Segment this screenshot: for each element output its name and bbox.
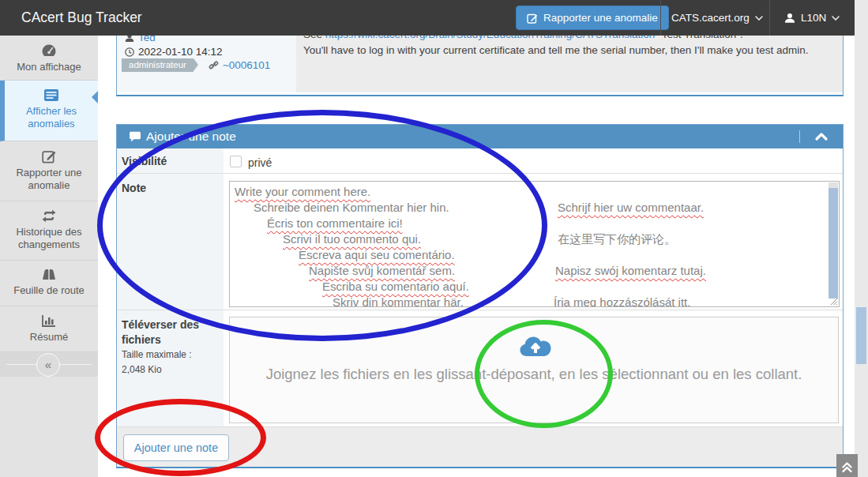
report-issue-button[interactable]: Rapporter une anomalie bbox=[516, 6, 669, 30]
sidebar: Mon affichage Afficher les anomalies Rap… bbox=[0, 36, 98, 477]
note-text-line2: You'll have to log in with your current … bbox=[303, 44, 808, 56]
scroll-to-top-button[interactable] bbox=[836, 454, 858, 477]
sidebar-item-report-issue[interactable]: Rapporter une anomalie bbox=[0, 141, 98, 201]
textarea-line: Escriba su comentario aquí. bbox=[235, 279, 469, 295]
sidebar-item-roadmap[interactable]: Feuille de route bbox=[0, 261, 98, 306]
textarea-resize-grip[interactable] bbox=[829, 297, 838, 306]
dashboard-icon bbox=[41, 43, 57, 58]
textarea-line: Napisz swój komentarz tutaj. bbox=[555, 263, 706, 279]
textarea-line: Escreva aqui seu comentário. bbox=[235, 247, 455, 263]
roadmap-icon bbox=[41, 269, 57, 281]
link-icon bbox=[209, 60, 219, 70]
active-item-arrow bbox=[92, 91, 98, 103]
note-timestamp-row: 2022-01-10 14:12 bbox=[125, 46, 223, 58]
report-issue-icon bbox=[42, 149, 57, 163]
add-note-header: Ajouter une note bbox=[117, 125, 843, 148]
note-id-link[interactable]: ~0006101 bbox=[223, 59, 270, 71]
note-badge-row: administrateur ~0006101 bbox=[122, 58, 270, 72]
note-timestamp: 2022-01-10 14:12 bbox=[138, 46, 223, 58]
textarea-line: Schrijf hier uw commentaar. bbox=[558, 200, 704, 216]
sidebar-item-label: Historique des changements bbox=[16, 226, 81, 250]
textarea-line: Write your comment here. bbox=[235, 184, 370, 200]
sidebar-collapse-toggle[interactable]: « bbox=[0, 352, 98, 377]
dropzone-text: Joignez les fichiers en les glissant-dép… bbox=[242, 363, 826, 385]
cloud-upload-icon bbox=[519, 333, 552, 359]
navbar-divider bbox=[660, 0, 661, 36]
sidebar-item-changelog[interactable]: Historique des changements bbox=[0, 201, 98, 261]
textarea-line: Scrivi il tuo commento qui. bbox=[235, 231, 421, 247]
textarea-scrollbar-thumb[interactable] bbox=[829, 188, 838, 299]
project-menu-label: CATS.cacert.org bbox=[671, 12, 750, 24]
visibility-label-cell: Visibilité bbox=[117, 148, 224, 174]
sidebar-item-label: Afficher les anomalies bbox=[26, 105, 77, 130]
sidebar-item-label: Résumé bbox=[30, 331, 68, 343]
visibility-label: Visibilité bbox=[122, 155, 167, 167]
user-menu-label: L10N bbox=[801, 12, 826, 24]
project-menu[interactable]: CATS.cacert.org bbox=[671, 0, 763, 36]
changelog-icon bbox=[41, 209, 57, 223]
upload-content-cell: Joignez les fichiers en les glissant-dép… bbox=[224, 310, 843, 427]
sidebar-item-summary[interactable]: Résumé bbox=[0, 306, 98, 352]
app-title: CAcert Bug Tracker bbox=[21, 0, 142, 36]
pencil-square-icon bbox=[527, 13, 538, 24]
page-scrollbar-thumb[interactable] bbox=[856, 307, 866, 364]
note-field-label: Note bbox=[122, 182, 146, 194]
user-icon bbox=[784, 13, 795, 24]
upload-label: Téléverser des fichiers bbox=[122, 317, 215, 347]
view-issues-icon bbox=[43, 88, 59, 102]
access-level-badge: administrateur bbox=[122, 58, 194, 72]
add-note-panel: Ajouter une note Visibilité privé Note W… bbox=[116, 124, 844, 468]
sidebar-item-my-view[interactable]: Mon affichage bbox=[0, 36, 98, 81]
top-navbar: CAcert Bug Tracker Rapporter une anomali… bbox=[0, 0, 855, 36]
page-scrollbar-track[interactable] bbox=[855, 0, 868, 477]
max-size-value: 2,048 Kio bbox=[122, 364, 162, 375]
summary-icon bbox=[41, 314, 57, 328]
add-note-submit-button[interactable]: Ajouter une note bbox=[123, 434, 229, 461]
note-textarea[interactable]: Write your comment here. Schreibe deinen… bbox=[229, 181, 840, 307]
clock-icon bbox=[125, 47, 134, 57]
sidebar-item-label: Feuille de route bbox=[13, 284, 85, 296]
note-label-cell: Note bbox=[117, 174, 224, 310]
textarea-line: Napište svůj komentář sem. bbox=[235, 263, 455, 279]
sidebar-item-label: Rapporter une anomalie bbox=[16, 167, 81, 191]
visibility-content-cell: privé bbox=[224, 148, 843, 174]
chevron-down-icon bbox=[832, 16, 840, 21]
sidebar-item-view-issues[interactable]: Afficher les anomalies bbox=[0, 81, 98, 141]
report-issue-label: Rapporter une anomalie bbox=[543, 12, 658, 24]
file-dropzone[interactable]: Joignez les fichiers en les glissant-dép… bbox=[229, 317, 839, 423]
note-content-cell: Write your comment here. Schreibe deinen… bbox=[224, 174, 843, 310]
add-note-title: Ajouter une note bbox=[146, 125, 236, 148]
collapse-icon: « bbox=[36, 353, 60, 377]
chevron-down-icon bbox=[755, 16, 763, 21]
textarea-line: Écris ton commentaire ici! bbox=[235, 216, 403, 231]
user-menu[interactable]: L10N bbox=[784, 0, 840, 36]
upload-label-cell: Téléverser des fichiers Taille maximale … bbox=[117, 310, 224, 427]
collapse-panel-icon[interactable] bbox=[810, 128, 833, 145]
comment-icon bbox=[129, 131, 141, 143]
max-size-label: Taille maximale : bbox=[122, 349, 192, 360]
header-divider bbox=[799, 130, 800, 143]
textarea-line: Skriv din kommentar här. bbox=[235, 295, 464, 307]
textarea-line: 在这里写下你的评论。 bbox=[558, 231, 676, 247]
textarea-line: Schreibe deinen Kommentar hier hin. bbox=[235, 200, 449, 216]
textarea-line: Írja meg hozzászólását itt. bbox=[554, 295, 690, 307]
private-checkbox[interactable] bbox=[230, 156, 242, 167]
add-note-footer: Ajouter une note bbox=[117, 426, 843, 467]
navbar-divider bbox=[769, 0, 770, 36]
private-label: privé bbox=[248, 156, 272, 169]
cacert-bug-tracker-page: Ted 2022-01-10 14:12 administrateur ~000… bbox=[0, 0, 868, 477]
double-chevron-up-icon bbox=[836, 454, 858, 477]
sidebar-item-label: Mon affichage bbox=[17, 61, 81, 73]
